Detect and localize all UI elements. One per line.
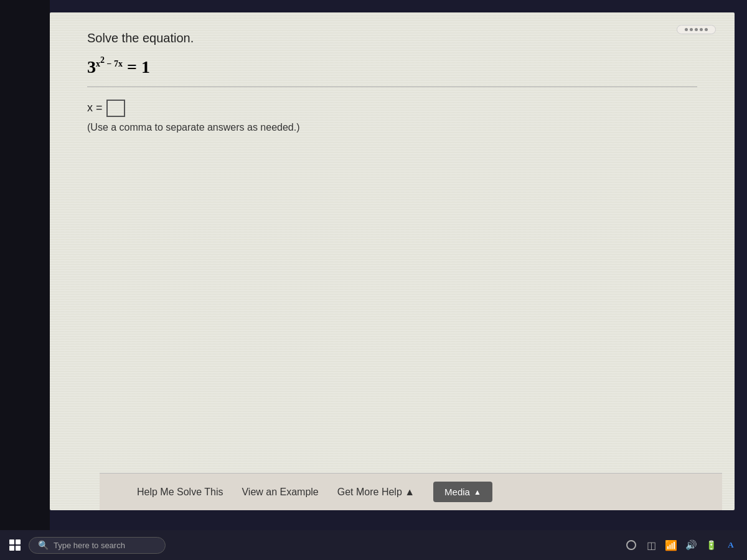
dot-4 xyxy=(700,28,703,31)
equation-base: 3 xyxy=(87,57,96,77)
main-content: Solve the equation. 3x2 − 7x = 1 x = (Us… xyxy=(50,12,735,473)
media-button[interactable]: Media ▲ xyxy=(433,482,492,502)
dot-1 xyxy=(685,28,688,31)
problem-instruction: Solve the equation. xyxy=(87,31,697,45)
divider xyxy=(87,86,697,87)
dot-2 xyxy=(690,28,693,31)
get-more-help-button[interactable]: Get More Help ▲ xyxy=(337,487,415,498)
answer-row: x = xyxy=(87,100,697,117)
equation-display: 3x2 − 7x = 1 xyxy=(87,55,697,78)
equation-exponent: x2 − 7x xyxy=(96,59,123,68)
search-icon: 🔍 xyxy=(38,540,49,551)
wifi-icon[interactable]: 📶 xyxy=(664,538,679,553)
cortana-circle[interactable] xyxy=(624,538,639,553)
media-label: Media xyxy=(444,487,470,497)
dot-5 xyxy=(705,28,708,31)
taskbar-search-box[interactable]: 🔍 Type here to search xyxy=(29,537,166,554)
circle-icon xyxy=(626,540,636,550)
help-me-solve-link[interactable]: Help Me Solve This xyxy=(137,487,223,498)
left-sidebar xyxy=(0,0,50,530)
media-arrow-icon: ▲ xyxy=(474,488,481,497)
x-equals-label: x = xyxy=(87,101,103,114)
start-button[interactable] xyxy=(4,534,26,556)
comma-instruction: (Use a comma to separate answers as need… xyxy=(87,122,697,133)
task-view-icon[interactable]: ◫ xyxy=(644,538,659,553)
view-example-link[interactable]: View an Example xyxy=(242,487,318,498)
answer-input[interactable] xyxy=(106,100,125,117)
search-placeholder-text: Type here to search xyxy=(54,541,125,550)
dots-indicator xyxy=(677,25,716,34)
windows-taskbar: 🔍 Type here to search ◫ 📶 🔊 🔋 A xyxy=(0,530,747,560)
volume-symbol: 🔊 xyxy=(685,539,697,551)
battery-icon[interactable]: 🔋 xyxy=(703,538,718,553)
wifi-symbol: 📶 xyxy=(665,539,677,551)
system-tray: ◫ 📶 🔊 🔋 A xyxy=(624,538,743,553)
dot-3 xyxy=(695,28,698,31)
windows-icon xyxy=(9,539,21,551)
battery-symbol: 🔋 xyxy=(706,540,716,551)
volume-icon[interactable]: 🔊 xyxy=(684,538,698,553)
screen-content: Solve the equation. 3x2 − 7x = 1 x = (Us… xyxy=(50,12,735,510)
language-symbol: A xyxy=(728,540,733,550)
bottom-toolbar: Help Me Solve This View an Example Get M… xyxy=(100,473,722,510)
language-icon[interactable]: A xyxy=(723,538,738,553)
task-icon-symbol: ◫ xyxy=(647,539,656,551)
